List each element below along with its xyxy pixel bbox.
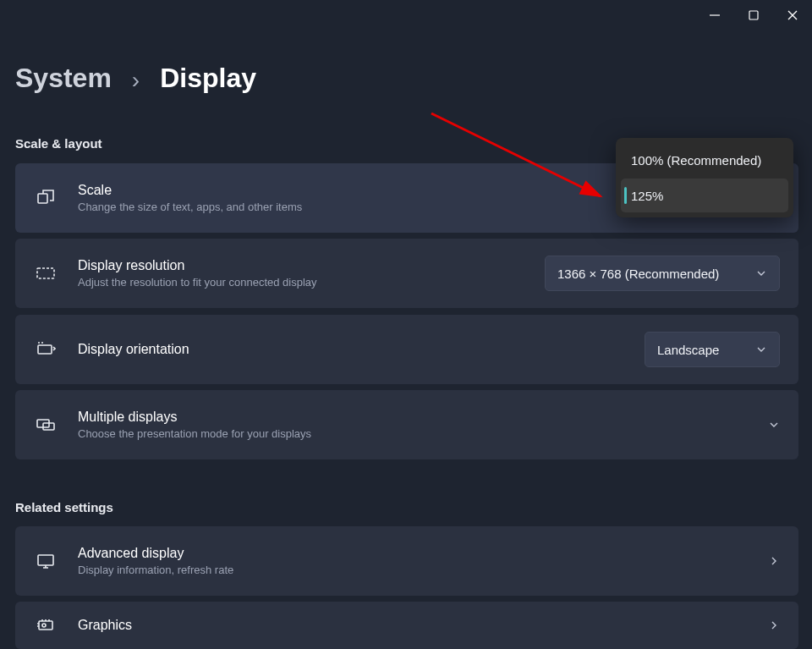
setting-multiple-displays[interactable]: Multiple displays Choose the presentatio… [15,390,798,459]
advanced-display-title: Advanced display [78,546,233,561]
svg-rect-3 [38,345,52,354]
svg-rect-2 [37,268,54,278]
orientation-title: Display orientation [78,342,189,357]
advanced-display-subtitle: Display information, refresh rate [78,564,233,576]
minimize-button[interactable] [695,0,734,30]
multiple-displays-title: Multiple displays [78,410,311,425]
resolution-title: Display resolution [78,258,317,273]
svg-rect-1 [38,194,47,203]
svg-rect-6 [38,555,53,565]
section-scale-layout: Scale & layout [15,136,102,151]
orientation-value: Landscape [657,343,719,357]
chevron-right-icon [768,619,780,631]
maximize-icon [748,9,760,21]
graphics-title: Graphics [78,618,132,633]
scale-icon [34,186,58,210]
graphics-icon [34,613,58,637]
close-icon [787,9,798,21]
resolution-select[interactable]: 1366 × 768 (Recommended) [545,256,780,291]
scale-subtitle: Change the size of text, apps, and other… [78,201,302,213]
chevron-down-icon [755,267,767,279]
section-related: Related settings [15,500,113,514]
resolution-value: 1366 × 768 (Recommended) [557,267,719,281]
monitor-icon [34,549,58,573]
breadcrumb-display: Display [160,63,256,94]
scale-option-label: 100% (Recommended) [631,153,761,168]
chevron-down-icon [755,344,767,355]
maximize-button[interactable] [734,0,773,30]
orientation-select[interactable]: Landscape [645,332,780,367]
setting-resolution[interactable]: Display resolution Adjust the resolution… [15,239,798,308]
breadcrumb: System › Display [15,63,256,94]
setting-advanced-display[interactable]: Advanced display Display information, re… [15,526,798,596]
close-button[interactable] [773,0,812,30]
scale-option-label: 125% [631,189,663,203]
scale-option-100[interactable]: 100% (Recommended) [621,143,788,177]
scale-option-125[interactable]: 125% [621,179,788,212]
svg-rect-0 [749,11,758,19]
chevron-down-icon [768,419,780,431]
orientation-icon [34,338,58,361]
chevron-right-icon: › [132,67,140,94]
setting-graphics[interactable]: Graphics [15,602,798,649]
minimize-icon [709,9,721,21]
multiple-displays-subtitle: Choose the presentation mode for your di… [78,427,311,440]
multiple-displays-icon [34,413,58,437]
setting-orientation[interactable]: Display orientation Landscape [15,315,798,384]
chevron-right-icon [768,555,780,567]
svg-point-8 [42,624,46,627]
resolution-subtitle: Adjust the resolution to fit your connec… [78,276,317,289]
scale-title: Scale [78,183,302,198]
breadcrumb-system[interactable]: System [15,63,112,94]
scale-dropdown[interactable]: 100% (Recommended) 125% [616,138,793,217]
resolution-icon [34,261,58,285]
